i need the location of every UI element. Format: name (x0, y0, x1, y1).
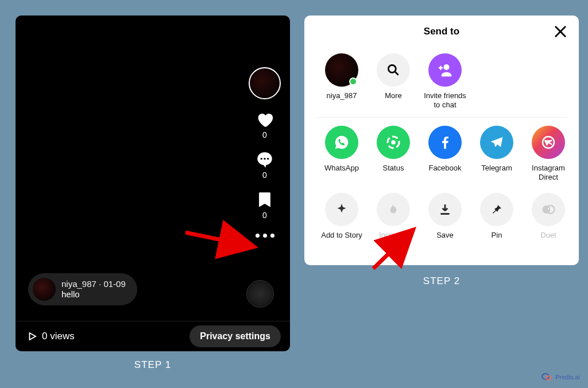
share-whatsapp[interactable]: WhatsApp (316, 126, 368, 181)
share-sheet-title: Send to (424, 26, 459, 37)
svg-point-9 (391, 140, 396, 145)
comment-count: 0 (262, 170, 267, 180)
share-row-actions: Add to Story Increase views Save Pin Due… (304, 187, 579, 254)
share-facebook[interactable]: Facebook (419, 126, 471, 181)
invite-icon (428, 53, 462, 87)
close-button[interactable] (552, 24, 568, 40)
svg-line-6 (395, 72, 398, 75)
action-stitch: Stitch (574, 193, 579, 249)
caption: hello (61, 289, 126, 300)
status-icon (377, 126, 410, 159)
invite-friends[interactable]: Invite friends to chat (419, 53, 471, 109)
action-increase-views: Increase views (368, 193, 419, 249)
share-sheet-header: Send to (304, 15, 579, 48)
action-duet: Duet (523, 193, 574, 249)
action-rail: 0 0 0 (249, 67, 281, 238)
views-indicator[interactable]: 0 views (27, 331, 75, 342)
bookmark-stack[interactable]: 0 (255, 190, 274, 220)
contact-avatar (325, 53, 358, 87)
duet-icon (532, 193, 565, 226)
more-contacts[interactable]: More (368, 53, 419, 109)
contact-niya[interactable]: niya_987 (316, 53, 368, 109)
brand-text: Predis.ai (555, 374, 580, 381)
step2-label: STEP 2 (304, 276, 579, 287)
sparkle-icon (325, 193, 358, 226)
views-text: 0 views (42, 331, 75, 342)
username-date: niya_987 · 01-09 (61, 279, 126, 289)
sound-disc[interactable] (246, 280, 274, 308)
like-stack[interactable]: 0 (255, 110, 274, 139)
heart-icon (255, 110, 274, 129)
play-icon (27, 331, 37, 342)
step1-label: STEP 1 (16, 359, 290, 371)
share-instagram-direct[interactable]: Instagram Direct (523, 126, 574, 181)
action-save[interactable]: Save (419, 193, 471, 249)
action-pin[interactable]: Pin (471, 193, 523, 249)
share-row-apps: WhatsApp Status Facebook Telegram Instag… (304, 120, 579, 187)
facebook-icon (428, 126, 462, 159)
share-copylink[interactable]: Copy link (574, 126, 579, 181)
avatar-small (33, 278, 56, 301)
online-dot-icon (349, 77, 357, 86)
step1-phone-screenshot: 0 0 0 niya_987 · 01-09 hello 0 views Pri… (16, 15, 290, 351)
svg-point-2 (264, 158, 265, 160)
comment-stack[interactable]: 0 (255, 150, 274, 180)
predis-logo-icon (541, 373, 553, 381)
more-options-button[interactable] (256, 234, 274, 238)
video-info-pill[interactable]: niya_987 · 01-09 hello (28, 273, 137, 305)
step2-share-sheet: Send to niya_987 More Invite friends to … (304, 15, 579, 265)
share-row-contacts: niya_987 More Invite friends to chat (304, 48, 579, 115)
svg-point-5 (388, 65, 396, 72)
share-telegram[interactable]: Telegram (471, 126, 523, 181)
pin-icon (480, 193, 513, 226)
svg-point-7 (444, 64, 450, 70)
action-add-to-story[interactable]: Add to Story (316, 193, 368, 249)
svg-point-13 (548, 208, 549, 209)
watermark-brand: Predis.ai (541, 373, 580, 381)
privacy-settings-button[interactable]: Privacy settings (189, 325, 281, 347)
close-icon (552, 24, 568, 40)
comment-icon (255, 150, 274, 169)
share-status[interactable]: Status (368, 126, 419, 181)
bookmark-icon (255, 190, 274, 209)
whatsapp-icon (325, 126, 358, 159)
svg-point-14 (551, 208, 552, 209)
telegram-icon (480, 126, 513, 159)
svg-point-1 (261, 158, 262, 160)
like-count: 0 (262, 130, 267, 139)
svg-point-3 (267, 158, 269, 160)
search-icon (377, 53, 410, 87)
video-info-text: niya_987 · 01-09 hello (61, 279, 126, 300)
download-icon (428, 193, 462, 226)
bottom-bar: 0 views Privacy settings (16, 321, 290, 351)
instagram-direct-icon (532, 126, 565, 159)
flame-icon (377, 193, 410, 226)
profile-avatar-ring[interactable] (249, 67, 281, 99)
bookmark-count: 0 (262, 211, 267, 220)
separator (316, 117, 567, 118)
